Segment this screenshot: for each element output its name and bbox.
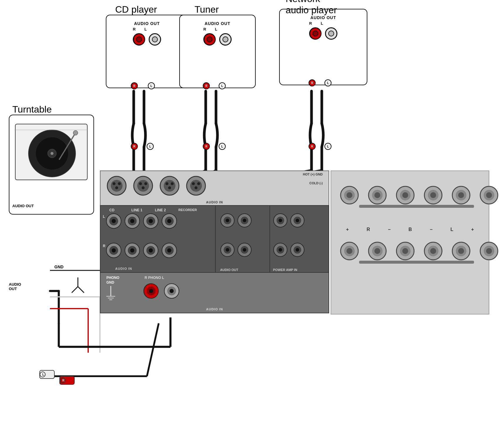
xlr-connectors xyxy=(106,175,206,196)
audio-out-section: AUDIO OUT xyxy=(215,206,268,273)
svg-point-35 xyxy=(73,130,78,135)
tuner-box: Tuner AUDIO OUT R L xyxy=(179,15,256,88)
rca-line1-l xyxy=(124,213,140,229)
line2-input-label: LINE 2 xyxy=(155,208,166,212)
svg-point-59 xyxy=(112,219,116,223)
tuner-r-socket xyxy=(203,33,216,46)
svg-point-44 xyxy=(139,182,142,185)
binding-post-bar xyxy=(359,205,474,208)
tuner-label: Tuner xyxy=(195,4,219,15)
xlr-socket-3 xyxy=(159,175,180,196)
svg-point-120 xyxy=(374,192,380,198)
rca-line1-r xyxy=(124,242,140,259)
line1-input-label: LINE 1 xyxy=(131,208,142,212)
svg-point-33 xyxy=(51,152,53,155)
tuner-l-socket xyxy=(219,33,232,46)
balanced-input-area: HOT (+) GND COLD (-) AUDIO IN xyxy=(100,170,329,206)
pa-socket-3 xyxy=(273,242,288,257)
diagram-container: CD player AUDIO OUT R L R L xyxy=(0,0,504,425)
audio-out-l-sockets xyxy=(220,213,252,228)
svg-point-83 xyxy=(226,219,229,222)
tuner-r-plug-top: R xyxy=(203,82,210,89)
ao-socket-3 xyxy=(220,242,235,257)
ao-socket-2 xyxy=(237,213,252,228)
xlr-socket-2 xyxy=(133,175,153,196)
turntable-illustration xyxy=(14,121,90,186)
speaker-area: + R − B − L + xyxy=(331,170,489,314)
speaker-terminal-labels: + R − B − L + xyxy=(337,227,483,232)
rca-recorder-r xyxy=(161,242,178,259)
svg-point-111 xyxy=(149,289,153,293)
network-cable-top-plugs: R L xyxy=(309,79,331,86)
svg-point-117 xyxy=(346,192,352,198)
turntable-r-plug: R xyxy=(58,373,76,388)
svg-point-50 xyxy=(171,182,174,185)
cd-player-label: CD player xyxy=(115,4,157,15)
bp-7 xyxy=(340,242,359,261)
binding-posts-area: + R − B − L + xyxy=(337,177,483,308)
phono-r-label: R PHONO L xyxy=(145,276,164,280)
svg-point-41 xyxy=(115,186,118,189)
tuner-cable-bottom-plugs: R L xyxy=(203,143,226,150)
svg-point-89 xyxy=(226,248,229,252)
svg-point-54 xyxy=(192,182,195,185)
right-ch-label: R xyxy=(103,244,106,248)
svg-point-48 xyxy=(164,180,175,192)
network-cable-bottom-plugs: R L xyxy=(309,143,331,150)
svg-point-86 xyxy=(243,219,246,222)
network-audio-out: AUDIO OUT R L xyxy=(309,15,337,40)
turntable-gnd-label: GND xyxy=(54,265,63,269)
pa-socket-1 xyxy=(273,213,288,228)
svg-point-45 xyxy=(144,182,147,185)
power-amp-r-sockets xyxy=(273,242,305,257)
tuner-cable-top-plugs: R L xyxy=(203,82,226,89)
svg-point-135 xyxy=(346,248,352,254)
rca-input-area: CD LINE 1 LINE 2 RECORDER L R xyxy=(100,205,329,273)
bp-9 xyxy=(396,242,415,261)
pa-socket-4 xyxy=(290,242,305,257)
svg-point-68 xyxy=(167,219,171,223)
phono-r-socket xyxy=(143,283,159,299)
svg-point-138 xyxy=(374,248,380,254)
svg-point-132 xyxy=(486,192,492,198)
cd-l-plug-top: L xyxy=(148,82,155,89)
turntable-l-plug: L xyxy=(38,367,56,388)
svg-point-40 xyxy=(118,182,121,185)
cd-r-plug-bottom: R xyxy=(131,143,138,150)
bp-1 xyxy=(340,186,359,205)
binding-post-bar-2 xyxy=(359,261,474,264)
bp-2 xyxy=(368,186,387,205)
phono-audio-in-label: AUDIO IN xyxy=(206,307,223,311)
svg-point-114 xyxy=(170,289,174,293)
turntable-audio-out-label: AUDIO OUT xyxy=(12,204,34,208)
gnd-terminal xyxy=(103,285,118,302)
svg-text:R: R xyxy=(62,379,65,382)
bp-11 xyxy=(452,242,471,261)
svg-point-39 xyxy=(113,182,115,185)
balanced-audio-in-label: AUDIO IN xyxy=(206,200,223,204)
cd-r-plug-top: R xyxy=(131,82,138,89)
network-l-plug-top: L xyxy=(324,79,331,86)
network-l-socket xyxy=(325,27,337,40)
rca-cd-r xyxy=(106,242,122,259)
turntable-box: Turntable AUDIO OUT xyxy=(9,115,94,215)
rca-line2-l xyxy=(143,213,159,229)
svg-point-123 xyxy=(402,192,408,198)
turntable-label: Turntable xyxy=(12,104,52,115)
ao-socket-1 xyxy=(220,213,235,228)
ao-socket-4 xyxy=(237,242,252,257)
xlr-socket-1 xyxy=(106,175,127,196)
turntable-audio-out-bottom: AUDIO OUT xyxy=(9,282,21,291)
binding-posts-row1 xyxy=(340,186,499,205)
power-amp-in-label: POWER AMP IN xyxy=(273,268,297,272)
tuner-r-plug-bottom: R xyxy=(203,143,210,150)
amplifier-area: HOT (+) GND COLD (-) AUDIO IN CD LINE 1 … xyxy=(100,170,329,314)
gnd-wire-fork xyxy=(69,276,87,295)
cold-label: COLD (-) xyxy=(309,181,323,185)
rca-r-row xyxy=(106,242,178,259)
left-ch-label: L xyxy=(103,215,105,219)
network-r-plug-bottom: R xyxy=(309,143,316,150)
svg-point-150 xyxy=(486,248,492,254)
svg-point-62 xyxy=(130,219,134,223)
svg-point-144 xyxy=(430,248,436,254)
